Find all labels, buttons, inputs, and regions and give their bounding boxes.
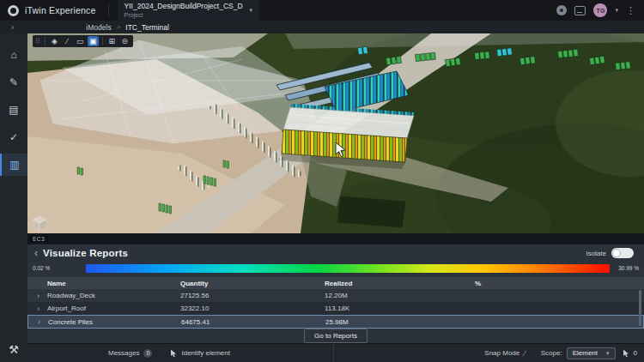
- isolate-toggle[interactable]: [611, 248, 634, 258]
- legend-max-label: 30.99 %: [618, 265, 639, 271]
- checkmark-icon: ✓: [9, 131, 18, 143]
- sphere-tool-icon[interactable]: ⊜: [119, 36, 131, 46]
- viewport-toolbar: ⠿ ◈ ∕ ▭ ▣ ⊞ ⊜: [33, 35, 133, 47]
- viewport-3d[interactable]: ⠿ ◈ ∕ ▭ ▣ ⊞ ⊜: [27, 33, 644, 233]
- cell-quantity: 27125.56: [180, 292, 325, 299]
- app-name: iTwin Experience: [25, 5, 96, 15]
- sidebar-item-tools[interactable]: ⚒: [0, 338, 27, 360]
- legend-gradient-bar[interactable]: [86, 264, 610, 273]
- top-bar: iTwin Experience YII_2024_DesignBuildPro…: [0, 0, 644, 21]
- col-quantity[interactable]: Quantity: [180, 280, 325, 287]
- isolate-label: Isolate: [586, 250, 606, 257]
- table-header-row: Name Quantity Realized %: [27, 277, 644, 289]
- app-window: iTwin Experience YII_2024_DesignBuildPro…: [0, 0, 644, 362]
- terminal-building-heatmap: [278, 104, 414, 169]
- panel-title: Visualize Reports: [43, 248, 128, 258]
- table-row[interactable]: › Airport_Roof 32322.10 113.18K: [27, 302, 644, 315]
- sidebar-item-home[interactable]: ⌂: [0, 44, 27, 66]
- left-sidebar: ⌂ ✎ ▤ ✓ ▥ ⚒: [0, 33, 27, 362]
- breadcrumb-separator: >: [117, 23, 121, 31]
- breadcrumb: iModels > ITC_Terminal: [86, 23, 169, 32]
- home-icon: ⌂: [10, 49, 16, 61]
- selection-count: 0: [634, 349, 637, 357]
- add-tool-icon[interactable]: ⊞: [106, 36, 118, 46]
- toggle-knob: [612, 249, 621, 257]
- visualize-reports-panel: ‹ Visualize Reports Isolate 0.02 % 30.99…: [27, 244, 644, 343]
- chevron-down-icon: ▾: [250, 7, 253, 14]
- cursor-icon: [623, 349, 629, 358]
- col-name[interactable]: Name: [47, 280, 180, 287]
- table-row-selected[interactable]: › Concrete Piles 64675.41 25.98M: [27, 315, 644, 329]
- cell-realized: 25.98M: [325, 318, 476, 326]
- box-select-tool-icon[interactable]: ▣: [88, 36, 99, 46]
- sidebar-item-reports[interactable]: ▥: [0, 154, 27, 176]
- snap-mode-icon: ∕: [524, 349, 526, 358]
- col-percent[interactable]: %: [475, 280, 644, 287]
- expand-panel-chevron-icon[interactable]: ›: [11, 23, 14, 32]
- back-chevron-icon[interactable]: ‹: [34, 248, 38, 258]
- sidebar-item-documents[interactable]: ▤: [0, 99, 27, 121]
- document-icon: ▤: [9, 104, 18, 116]
- project-tab[interactable]: YII_2024_DesignBuildProject_CS_D Project…: [118, 0, 260, 21]
- table-scrollbar[interactable]: [639, 290, 641, 326]
- cell-realized: 113.18K: [325, 305, 475, 312]
- measure-line-tool-icon[interactable]: ∕: [62, 36, 73, 46]
- feedback-icon[interactable]: [574, 6, 586, 15]
- rectangle-tool-icon[interactable]: ▭: [75, 36, 86, 46]
- sidebar-item-markup[interactable]: ✎: [0, 71, 27, 94]
- dark-ground-patch: [337, 196, 405, 227]
- project-type-label: Project: [125, 12, 243, 18]
- scope-label: Scope:: [541, 349, 562, 357]
- col-realized[interactable]: Realized: [325, 280, 475, 287]
- viewport-corner-badge: EC3: [29, 235, 48, 243]
- cell-quantity: 64675.41: [181, 318, 325, 326]
- itwin-logo-icon: [8, 5, 19, 16]
- help-icon[interactable]: [556, 5, 567, 15]
- markup-icon: ✎: [9, 76, 18, 88]
- mouse-cursor: [335, 142, 347, 159]
- identify-element-label: Identify element: [181, 349, 229, 357]
- divider: [102, 37, 103, 45]
- scope-value: Element: [573, 349, 598, 357]
- expand-chevron-icon[interactable]: ›: [37, 292, 47, 300]
- drag-handle-icon[interactable]: ⠿: [35, 38, 40, 45]
- snap-mode-control[interactable]: Snap Mode ∕: [484, 349, 525, 358]
- view-cube[interactable]: [29, 214, 48, 232]
- avatar-chevron-icon[interactable]: ▾: [615, 7, 618, 14]
- legend-min-label: 0.02 %: [33, 265, 50, 271]
- messages-status[interactable]: Messages 0: [108, 349, 152, 358]
- avatar[interactable]: TG: [593, 3, 607, 17]
- selection-count-status: 0: [623, 349, 637, 358]
- cell-name: Roadway_Deck: [47, 292, 180, 299]
- cell-quantity: 32322.10: [180, 305, 325, 312]
- breadcrumb-current: ITC_Terminal: [125, 23, 169, 32]
- breadcrumb-imodels[interactable]: iModels: [86, 23, 111, 32]
- cell-name: Airport_Roof: [47, 305, 180, 312]
- breadcrumb-bar: › iModels > ITC_Terminal: [0, 21, 644, 33]
- reports-table: Name Quantity Realized % › Roadway_Deck …: [27, 277, 644, 329]
- scope-select[interactable]: Element ▾: [567, 347, 616, 359]
- kebab-menu-icon[interactable]: ⋮: [626, 5, 635, 16]
- viewport-3d-scene[interactable]: [27, 33, 644, 233]
- snap-mode-label: Snap Mode: [484, 349, 519, 357]
- status-bar: Messages 0 Identify element Snap Mode ∕ …: [27, 343, 644, 362]
- expand-chevron-icon[interactable]: ›: [37, 305, 47, 313]
- reports-icon: ▥: [9, 159, 19, 171]
- messages-label: Messages: [108, 349, 139, 357]
- cursor-icon: [170, 349, 177, 358]
- go-to-reports-button[interactable]: Go to Reports: [304, 329, 368, 343]
- sidebar-item-validation[interactable]: ✓: [0, 126, 27, 148]
- table-row[interactable]: › Roadway_Deck 27125.56 12.20M: [27, 289, 644, 302]
- cell-name: Concrete Piles: [48, 318, 181, 326]
- expand-chevron-icon[interactable]: ›: [38, 317, 48, 326]
- identify-element-status[interactable]: Identify element: [170, 349, 229, 358]
- heatmap-legend: 0.02 % 30.99 %: [27, 263, 644, 274]
- messages-count-badge: 0: [143, 349, 152, 358]
- cell-realized: 12.20M: [325, 292, 475, 299]
- divider: [45, 37, 46, 45]
- tools-icon: ⚒: [9, 343, 19, 356]
- select-tool-icon[interactable]: ◈: [49, 36, 60, 46]
- chevron-down-icon: ▾: [606, 350, 610, 357]
- viewport-bottom-strip: EC3: [27, 233, 644, 244]
- divider: [108, 3, 109, 17]
